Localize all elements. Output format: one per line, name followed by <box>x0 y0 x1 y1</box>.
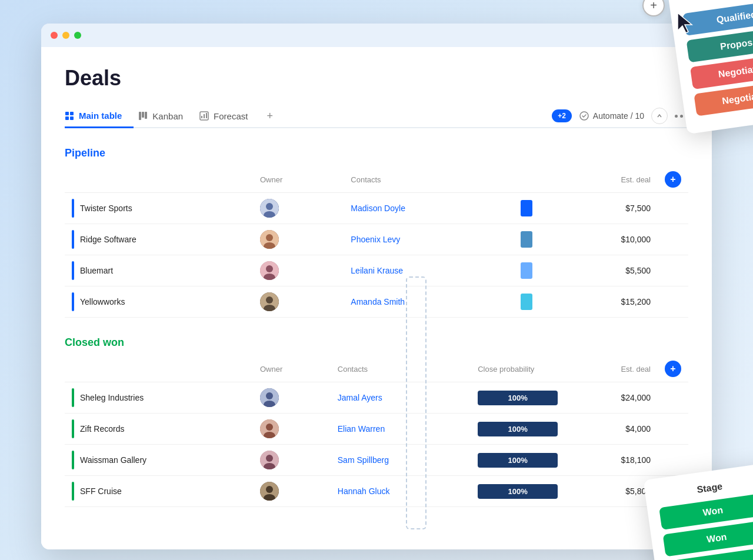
svg-rect-1 <box>65 112 69 115</box>
automate-icon <box>579 111 589 121</box>
est-deal-value: $18,100 <box>621 455 651 465</box>
deal-name: Yellowworks <box>80 297 125 306</box>
closed-won-add-column-button[interactable]: + <box>665 361 681 377</box>
tabs-bar: Main table Kanban Forecast + <box>65 105 688 128</box>
svg-point-29 <box>266 424 273 431</box>
closed-won-col-contacts: Contacts <box>331 356 471 382</box>
maximize-dot[interactable] <box>74 32 81 39</box>
svg-point-23 <box>266 296 273 304</box>
pipeline-col-stage <box>514 166 549 193</box>
closed-won-row: SFF Cruise Hannah Gluck 100% $5,800 <box>65 476 688 507</box>
deal-indicator <box>72 199 74 218</box>
chevron-up-icon <box>657 113 662 119</box>
est-deal-value: $7,500 <box>625 204 651 213</box>
deal-indicator <box>72 419 74 438</box>
pipeline-row: Bluemart Leilani Krause $5,500 <box>65 255 688 286</box>
deal-indicator <box>72 388 74 407</box>
kanban-icon <box>138 111 148 121</box>
deal-name: Sheleg Industries <box>80 393 144 402</box>
close-prob-bar: 100% <box>478 484 558 499</box>
pipeline-add-column-button[interactable]: + <box>665 171 681 188</box>
svg-rect-6 <box>142 112 144 118</box>
closed-won-row: Zift Records Elian Warren 100% $4,000 <box>65 414 688 445</box>
svg-rect-5 <box>139 112 141 120</box>
avatar <box>260 230 279 249</box>
tab-main-table[interactable]: Main table <box>65 105 134 128</box>
cursor <box>675 12 694 34</box>
deal-name: SFF Cruise <box>80 486 122 496</box>
closed-won-table: Owner Contacts Close probability Est. de… <box>65 356 688 507</box>
tab-forecast-label: Forecast <box>214 111 248 121</box>
contact-link[interactable]: Phoenix Levy <box>351 235 400 244</box>
contact-link[interactable]: Jamal Ayers <box>338 393 382 402</box>
svg-point-20 <box>266 265 273 272</box>
closed-won-add-col: + <box>658 356 688 382</box>
close-prob-bar: 100% <box>478 422 558 436</box>
pipeline-row: Ridge Software Phoenix Levy $10,000 <box>65 224 688 255</box>
closed-won-col-est-deal: Est. deal <box>565 356 658 382</box>
closed-won-row: Sheleg Industries Jamal Ayers 100% $24,0… <box>65 382 688 414</box>
avatar <box>260 451 279 469</box>
contact-link[interactable]: Hannah Gluck <box>338 486 390 496</box>
svg-point-14 <box>266 203 273 210</box>
pipeline-table: Owner Contacts Est. deal + Twister Sport… <box>65 166 688 318</box>
row-extra-col <box>665 295 681 309</box>
pipeline-add-col: + <box>658 166 688 193</box>
row-extra-col <box>665 264 681 278</box>
contact-link[interactable]: Elian Warren <box>338 424 385 434</box>
est-deal-value: $15,200 <box>621 297 651 306</box>
est-deal-value: $10,000 <box>621 235 651 244</box>
contact-link[interactable]: Amanda Smith <box>351 297 405 306</box>
deal-name: Zift Records <box>80 424 124 434</box>
page-title: Deals <box>65 66 688 91</box>
tab-kanban[interactable]: Kanban <box>138 105 195 128</box>
stage-bar <box>521 294 532 310</box>
forecast-icon <box>199 111 209 121</box>
contact-link[interactable]: Leilani Krause <box>351 266 403 275</box>
avatar <box>260 388 279 407</box>
deal-indicator <box>72 230 74 249</box>
avatar <box>260 261 279 280</box>
closed-won-col-name <box>65 356 253 382</box>
deal-name: Waissman Gallery <box>80 455 146 465</box>
automate-label: Automate / 10 <box>593 111 644 121</box>
collapse-button[interactable] <box>651 108 668 124</box>
stage-bar <box>521 262 532 279</box>
window-titlebar <box>41 24 712 47</box>
svg-point-26 <box>266 392 273 399</box>
avatar <box>260 292 279 311</box>
minimize-dot[interactable] <box>62 32 69 39</box>
deal-indicator <box>72 261 74 280</box>
svg-rect-7 <box>145 112 147 119</box>
est-deal-value: $4,000 <box>625 424 651 434</box>
automate-button[interactable]: Automate / 10 <box>579 111 644 121</box>
closed-won-section-title: Closed won <box>65 336 688 349</box>
row-extra-col <box>665 391 681 405</box>
avatar <box>260 199 279 218</box>
svg-rect-4 <box>70 116 74 120</box>
avatar <box>260 482 279 501</box>
pipeline-section-title: Pipeline <box>65 147 688 159</box>
contact-link[interactable]: Madison Doyle <box>351 204 405 213</box>
svg-rect-3 <box>65 116 69 120</box>
add-tab-button[interactable]: + <box>259 105 280 128</box>
tab-forecast[interactable]: Forecast <box>199 105 259 128</box>
pipeline-row: Yellowworks Amanda Smith $15,200 <box>65 286 688 318</box>
contact-link[interactable]: Sam Spillberg <box>338 455 389 465</box>
deal-name: Bluemart <box>80 266 113 275</box>
svg-point-32 <box>266 455 273 462</box>
add-column-float-button[interactable]: + <box>642 0 665 16</box>
deal-name: Twister Sports <box>80 204 132 213</box>
pipeline-col-owner: Owner <box>253 166 344 193</box>
close-dot[interactable] <box>51 32 58 39</box>
pipeline-col-name <box>65 166 253 193</box>
pipeline-col-est-deal: Est. deal <box>549 166 658 193</box>
deal-name: Ridge Software <box>80 235 136 244</box>
tab-main-table-label: Main table <box>79 111 122 121</box>
stage-bar <box>521 200 532 216</box>
row-extra-col <box>665 422 681 436</box>
pipeline-row: Twister Sports Madison Doyle $7,500 <box>65 193 688 224</box>
tab-kanban-label: Kanban <box>152 111 183 121</box>
integrate-badge[interactable]: +2 <box>552 109 572 122</box>
closed-won-col-prob: Close probability <box>471 356 565 382</box>
